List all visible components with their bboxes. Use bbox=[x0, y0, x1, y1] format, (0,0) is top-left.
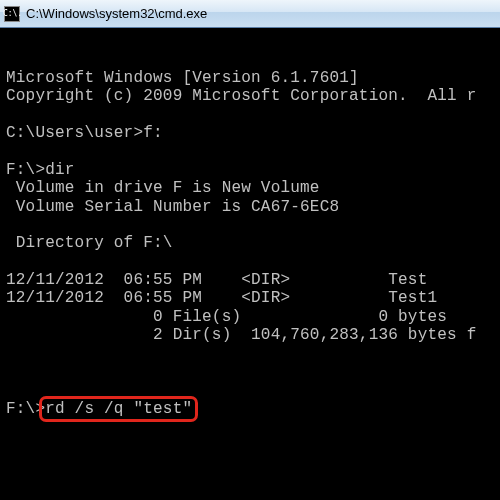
prompt: F:\> bbox=[6, 400, 45, 418]
terminal-line: Copyright (c) 2009 Microsoft Corporation… bbox=[6, 87, 494, 105]
terminal-line: Volume Serial Number is CA67-6EC8 bbox=[6, 198, 494, 216]
command-line: F:\>rd /s /q "test" bbox=[6, 400, 494, 418]
terminal-line: Directory of F:\ bbox=[6, 234, 494, 252]
window-titlebar[interactable]: C:\. C:\Windows\system32\cmd.exe bbox=[0, 0, 500, 28]
terminal-line bbox=[6, 142, 494, 160]
terminal-line bbox=[6, 253, 494, 271]
window-title: C:\Windows\system32\cmd.exe bbox=[26, 6, 207, 21]
terminal-output[interactable]: Microsoft Windows [Version 6.1.7601]Copy… bbox=[0, 28, 500, 500]
blank-line bbox=[6, 455, 494, 473]
terminal-line: F:\>dir bbox=[6, 161, 494, 179]
terminal-line: Microsoft Windows [Version 6.1.7601] bbox=[6, 69, 494, 87]
terminal-line: 2 Dir(s) 104,760,283,136 bytes f bbox=[6, 326, 494, 344]
cmd-icon: C:\. bbox=[4, 6, 20, 22]
terminal-line bbox=[6, 345, 494, 363]
terminal-line: 0 File(s) 0 bytes bbox=[6, 308, 494, 326]
terminal-line: 12/11/2012 06:55 PM <DIR> Test bbox=[6, 271, 494, 289]
terminal-line bbox=[6, 106, 494, 124]
terminal-line: 12/11/2012 06:55 PM <DIR> Test1 bbox=[6, 289, 494, 307]
highlighted-command: rd /s /q "test" bbox=[45, 400, 192, 418]
terminal-line: C:\Users\user>f: bbox=[6, 124, 494, 142]
terminal-line: Volume in drive F is New Volume bbox=[6, 179, 494, 197]
terminal-line bbox=[6, 216, 494, 234]
